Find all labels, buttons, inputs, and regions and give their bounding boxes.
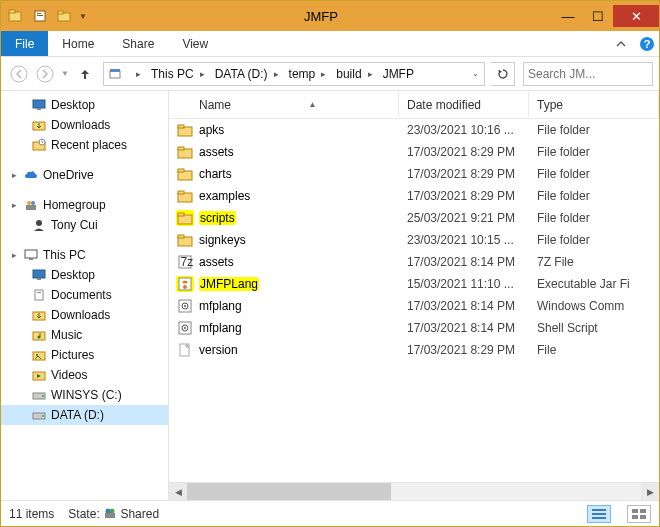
file-name: examples xyxy=(199,189,250,203)
col-name-header[interactable]: Name▲ xyxy=(169,91,399,118)
list-row[interactable]: version17/03/2021 8:29 PMFile xyxy=(169,339,659,361)
desktop-icon xyxy=(31,98,47,112)
col-type-header[interactable]: Type xyxy=(529,91,659,118)
crumb-4[interactable]: JMFP xyxy=(377,63,418,85)
scroll-left-button[interactable]: ◀ xyxy=(169,483,187,501)
view-icons-button[interactable] xyxy=(627,505,651,523)
crumb-0[interactable]: This PC▸ xyxy=(145,63,209,85)
list-row[interactable]: scripts25/03/2021 9:21 PMFile folder xyxy=(169,207,659,229)
svg-rect-65 xyxy=(592,513,606,515)
tree-onedrive[interactable]: ▸OneDrive xyxy=(1,165,168,185)
tree-pc-music[interactable]: Music xyxy=(1,325,168,345)
gear-icon xyxy=(177,298,193,314)
svg-rect-13 xyxy=(33,100,45,108)
svg-point-7 xyxy=(11,66,27,82)
cell-type: 7Z File xyxy=(529,255,659,269)
list-row[interactable]: mfplang17/03/2021 8:14 PMWindows Comm xyxy=(169,295,659,317)
file-name: signkeys xyxy=(199,233,246,247)
col-date-header[interactable]: Date modified xyxy=(399,91,529,118)
svg-rect-67 xyxy=(632,509,638,513)
nav-recent-dropdown[interactable]: ▼ xyxy=(59,62,71,86)
cell-name: JMFPLang xyxy=(169,276,399,292)
file-name: apks xyxy=(199,123,224,137)
cell-date: 17/03/2021 8:14 PM xyxy=(399,321,529,335)
svg-point-59 xyxy=(184,327,186,329)
tree-pc-pictures[interactable]: Pictures xyxy=(1,345,168,365)
search-input[interactable] xyxy=(524,67,660,81)
maximize-button[interactable]: ☐ xyxy=(583,5,613,27)
scroll-right-button[interactable]: ▶ xyxy=(641,483,659,501)
tree-pc-drive-c[interactable]: WINSYS (C:) xyxy=(1,385,168,405)
tree-pc-videos[interactable]: Videos xyxy=(1,365,168,385)
list-rows[interactable]: apks23/03/2021 10:16 ...File folderasset… xyxy=(169,119,659,482)
downloads-icon xyxy=(31,308,47,322)
ribbon-file-tab[interactable]: File xyxy=(1,31,48,56)
minimize-button[interactable]: — xyxy=(553,5,583,27)
svg-text:7z: 7z xyxy=(181,255,194,269)
user-icon xyxy=(31,218,47,232)
recent-icon xyxy=(31,138,47,152)
close-button[interactable]: ✕ xyxy=(613,5,659,27)
svg-rect-68 xyxy=(640,509,646,513)
horizontal-scrollbar[interactable]: ◀ ▶ xyxy=(169,482,659,500)
crumb-1[interactable]: DATA (D:)▸ xyxy=(209,63,283,85)
address-bar[interactable]: ▸ This PC▸ DATA (D:)▸ temp▸ build▸ JMFP … xyxy=(103,62,485,86)
qat-dropdown[interactable]: ▼ xyxy=(77,5,89,27)
qat-properties-button[interactable] xyxy=(29,5,51,27)
view-details-button[interactable] xyxy=(587,505,611,523)
scroll-thumb[interactable] xyxy=(187,483,391,501)
nav-up-button[interactable] xyxy=(73,62,97,86)
qat-newfolder-button[interactable] xyxy=(53,5,75,27)
refresh-button[interactable] xyxy=(491,62,515,86)
cell-type: File folder xyxy=(529,167,659,181)
ribbon-home-tab[interactable]: Home xyxy=(48,31,108,56)
crumb-3[interactable]: build▸ xyxy=(330,63,376,85)
crumb-2[interactable]: temp▸ xyxy=(283,63,331,85)
file-name: assets xyxy=(199,145,234,159)
list-row[interactable]: charts17/03/2021 8:29 PMFile folder xyxy=(169,163,659,185)
svg-rect-22 xyxy=(25,250,37,258)
cell-name: scripts xyxy=(169,210,399,226)
cell-type: Executable Jar Fi xyxy=(529,277,659,291)
nav-tree[interactable]: Desktop Downloads Recent places ▸OneDriv… xyxy=(1,91,169,500)
list-row[interactable]: examples17/03/2021 8:29 PMFile folder xyxy=(169,185,659,207)
file-name: scripts xyxy=(199,211,236,225)
list-row[interactable]: JMFPLang15/03/2021 11:10 ...Executable J… xyxy=(169,273,659,295)
tree-pc-drive-d[interactable]: DATA (D:) xyxy=(1,405,168,425)
tree-fav-recent[interactable]: Recent places xyxy=(1,135,168,155)
tree-fav-downloads[interactable]: Downloads xyxy=(1,115,168,135)
list-row[interactable]: assets17/03/2021 8:29 PMFile folder xyxy=(169,141,659,163)
tree-homegroup[interactable]: ▸Homegroup xyxy=(1,195,168,215)
titlebar: ▼ JMFP — ☐ ✕ xyxy=(1,1,659,31)
tree-pc-documents[interactable]: Documents xyxy=(1,285,168,305)
list-row[interactable]: 7zassets17/03/2021 8:14 PM7Z File xyxy=(169,251,659,273)
svg-point-30 xyxy=(38,336,41,339)
folder-icon xyxy=(177,144,193,160)
file-list: Name▲ Date modified Type apks23/03/2021 … xyxy=(169,91,659,500)
svg-rect-1 xyxy=(9,10,15,13)
search-box[interactable] xyxy=(523,62,653,86)
7z-icon: 7z xyxy=(177,254,193,270)
ribbon-share-tab[interactable]: Share xyxy=(108,31,168,56)
crumb-root-sep[interactable]: ▸ xyxy=(126,63,145,85)
nav-back-button[interactable] xyxy=(7,62,31,86)
list-row[interactable]: signkeys23/03/2021 10:15 ...File folder xyxy=(169,229,659,251)
tree-pc-desktop[interactable]: Desktop xyxy=(1,265,168,285)
file-name: JMFPLang xyxy=(199,277,259,291)
ribbon-expand-button[interactable] xyxy=(607,31,635,56)
svg-rect-4 xyxy=(37,15,43,16)
tree-homegroup-user[interactable]: Tony Cui xyxy=(1,215,168,235)
svg-rect-27 xyxy=(37,292,41,293)
tree-thispc[interactable]: ▸This PC xyxy=(1,245,168,265)
ribbon-view-tab[interactable]: View xyxy=(168,31,222,56)
sort-asc-icon: ▲ xyxy=(309,100,317,109)
address-dropdown[interactable]: ⌄ xyxy=(466,69,484,78)
svg-rect-39 xyxy=(178,125,184,128)
nav-forward-button[interactable] xyxy=(33,62,57,86)
list-row[interactable]: apks23/03/2021 10:16 ...File folder xyxy=(169,119,659,141)
scroll-track[interactable] xyxy=(187,483,641,501)
tree-pc-downloads[interactable]: Downloads xyxy=(1,305,168,325)
list-row[interactable]: mfplang17/03/2021 8:14 PMShell Script xyxy=(169,317,659,339)
help-button[interactable]: ? xyxy=(635,31,659,56)
tree-fav-desktop[interactable]: Desktop xyxy=(1,95,168,115)
